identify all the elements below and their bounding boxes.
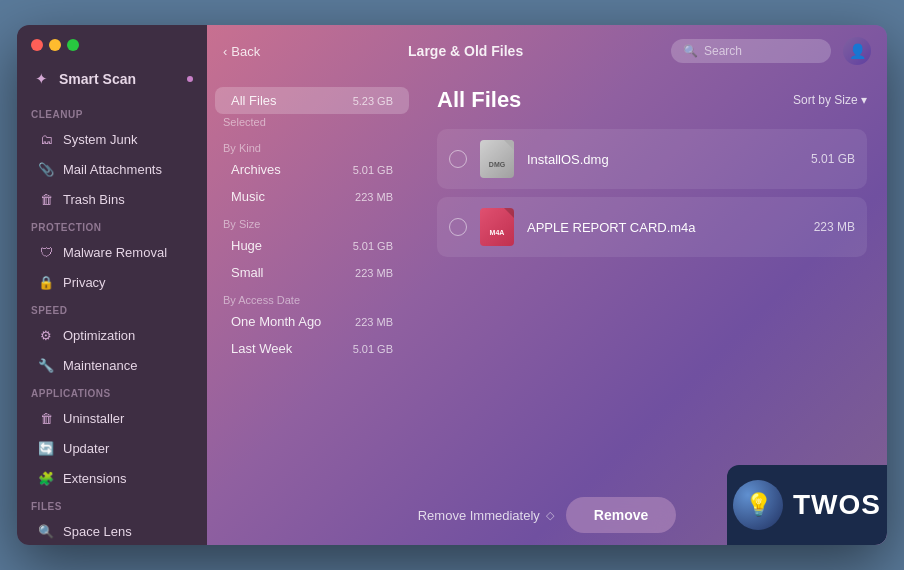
optimization-icon: ⚙ — [37, 326, 55, 344]
traffic-lights — [17, 25, 207, 61]
sidebar-item-smart-scan[interactable]: ✦ Smart Scan — [17, 61, 207, 101]
left-filter-panel: All Files 5.23 GB Selected By Kind Archi… — [207, 77, 417, 485]
smart-scan-label: Smart Scan — [59, 71, 179, 87]
sidebar-section-speed: Speed — [17, 297, 207, 320]
filter-music-label: Music — [231, 189, 265, 204]
search-icon: 🔍 — [683, 44, 698, 58]
filter-archives[interactable]: Archives 5.01 GB — [215, 156, 409, 183]
back-button[interactable]: ‹ Back — [223, 44, 260, 59]
sidebar-item-mail-attachments[interactable]: 📎 Mail Attachments — [23, 154, 201, 184]
uninstaller-icon: 🗑 — [37, 409, 55, 427]
filter-huge[interactable]: Huge 5.01 GB — [215, 232, 409, 259]
title-bar: ‹ Back Large & Old Files 🔍 👤 — [207, 25, 887, 77]
filter-selected-label: Selected — [207, 114, 417, 134]
sidebar-item-trash-bins[interactable]: 🗑 Trash Bins — [23, 184, 201, 214]
sidebar-item-malware-removal[interactable]: 🛡 Malware Removal — [23, 237, 201, 267]
smart-scan-icon: ✦ — [31, 69, 51, 89]
privacy-label: Privacy — [63, 275, 187, 290]
filter-last-week-size: 5.01 GB — [353, 343, 393, 355]
mail-attachments-icon: 📎 — [37, 160, 55, 178]
sidebar-item-updater[interactable]: 🔄 Updater — [23, 433, 201, 463]
extensions-label: Extensions — [63, 471, 187, 486]
remove-button[interactable]: Remove — [566, 497, 676, 533]
right-file-panel: All Files Sort by Size ▾ DMG InstallOS.d… — [417, 77, 887, 485]
file-checkbox-1[interactable] — [449, 150, 467, 168]
file-info-2: APPLE REPORT CARD.m4a — [527, 220, 802, 235]
search-bar[interactable]: 🔍 — [671, 39, 831, 63]
title-bar-title: Large & Old Files — [272, 43, 659, 59]
sidebar-item-maintenance[interactable]: 🔧 Maintenance — [23, 350, 201, 380]
filter-small-size: 223 MB — [355, 267, 393, 279]
filter-small[interactable]: Small 223 MB — [215, 259, 409, 286]
malware-removal-label: Malware Removal — [63, 245, 187, 260]
sidebar-section-applications: Applications — [17, 380, 207, 403]
file-checkbox-2[interactable] — [449, 218, 467, 236]
remove-option[interactable]: Remove Immediately ◇ — [418, 508, 554, 523]
remove-chevron-icon: ◇ — [546, 509, 554, 522]
smart-scan-dot — [187, 76, 193, 82]
filter-all-files-size: 5.23 GB — [353, 95, 393, 107]
filter-section-by-kind: By Kind — [207, 134, 417, 156]
maintenance-label: Maintenance — [63, 358, 187, 373]
filter-huge-size: 5.01 GB — [353, 240, 393, 252]
filter-all-files[interactable]: All Files 5.23 GB — [215, 87, 409, 114]
file-info-1: InstallOS.dmg — [527, 152, 799, 167]
sidebar-item-extensions[interactable]: 🧩 Extensions — [23, 463, 201, 493]
filter-all-files-label: All Files — [231, 93, 277, 108]
filter-section-by-size: By Size — [207, 210, 417, 232]
sidebar-item-optimization[interactable]: ⚙ Optimization — [23, 320, 201, 350]
system-junk-label: System Junk — [63, 132, 187, 147]
app-window: ✦ Smart Scan Cleanup 🗂 System Junk 📎 Mai… — [17, 25, 887, 545]
uninstaller-label: Uninstaller — [63, 411, 187, 426]
content-area: All Files 5.23 GB Selected By Kind Archi… — [207, 77, 887, 485]
twos-logo: 💡 — [733, 480, 783, 530]
updater-icon: 🔄 — [37, 439, 55, 457]
filter-last-week[interactable]: Last Week 5.01 GB — [215, 335, 409, 362]
back-chevron-icon: ‹ — [223, 44, 227, 59]
space-lens-label: Space Lens — [63, 524, 187, 539]
file-size-1: 5.01 GB — [811, 152, 855, 166]
twos-text: TWOS — [793, 489, 881, 521]
sidebar-item-uninstaller[interactable]: 🗑 Uninstaller — [23, 403, 201, 433]
sidebar-section-cleanup: Cleanup — [17, 101, 207, 124]
sidebar: ✦ Smart Scan Cleanup 🗂 System Junk 📎 Mai… — [17, 25, 207, 545]
traffic-light-minimize[interactable] — [49, 39, 61, 51]
filter-section-by-access: By Access Date — [207, 286, 417, 308]
file-list: DMG InstallOS.dmg 5.01 GB M4A — [437, 129, 867, 257]
sidebar-item-system-junk[interactable]: 🗂 System Junk — [23, 124, 201, 154]
table-row[interactable]: DMG InstallOS.dmg 5.01 GB — [437, 129, 867, 189]
filter-one-month-ago[interactable]: One Month Ago 223 MB — [215, 308, 409, 335]
table-row[interactable]: M4A APPLE REPORT CARD.m4a 223 MB — [437, 197, 867, 257]
twos-badge: 💡 TWOS — [727, 465, 887, 545]
filter-one-month-ago-size: 223 MB — [355, 316, 393, 328]
filter-last-week-label: Last Week — [231, 341, 292, 356]
sidebar-section-protection: Protection — [17, 214, 207, 237]
sort-button[interactable]: Sort by Size ▾ — [793, 93, 867, 107]
sidebar-item-space-lens[interactable]: 🔍 Space Lens — [23, 516, 201, 545]
mail-attachments-label: Mail Attachments — [63, 162, 187, 177]
filter-music-size: 223 MB — [355, 191, 393, 203]
m4a-icon: M4A — [480, 208, 514, 246]
file-name-1: InstallOS.dmg — [527, 152, 799, 167]
updater-label: Updater — [63, 441, 187, 456]
avatar-button[interactable]: 👤 — [843, 37, 871, 65]
filter-small-label: Small — [231, 265, 264, 280]
system-junk-icon: 🗂 — [37, 130, 55, 148]
sidebar-item-privacy[interactable]: 🔒 Privacy — [23, 267, 201, 297]
file-icon-1: DMG — [479, 139, 515, 179]
filter-one-month-ago-label: One Month Ago — [231, 314, 321, 329]
back-label: Back — [231, 44, 260, 59]
sidebar-section-files: Files — [17, 493, 207, 516]
filter-archives-label: Archives — [231, 162, 281, 177]
avatar-icon: 👤 — [849, 43, 866, 59]
extensions-icon: 🧩 — [37, 469, 55, 487]
dmg-icon: DMG — [480, 140, 514, 178]
traffic-light-maximize[interactable] — [67, 39, 79, 51]
search-input[interactable] — [704, 44, 814, 58]
filter-music[interactable]: Music 223 MB — [215, 183, 409, 210]
space-lens-icon: 🔍 — [37, 522, 55, 540]
traffic-light-close[interactable] — [31, 39, 43, 51]
trash-bins-icon: 🗑 — [37, 190, 55, 208]
file-icon-2: M4A — [479, 207, 515, 247]
file-size-2: 223 MB — [814, 220, 855, 234]
